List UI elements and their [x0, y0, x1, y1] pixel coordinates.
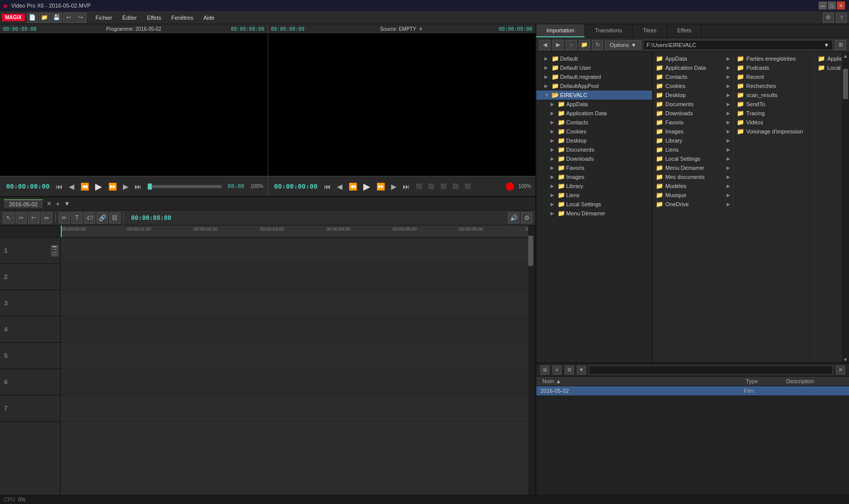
open-button[interactable]: 📁: [39, 13, 50, 23]
tl-link-tool[interactable]: 🔗: [97, 212, 108, 223]
fc-images[interactable]: 📁 Images ▶: [653, 127, 733, 136]
fc-col3-local-settings[interactable]: 📁 Local Settings: [815, 63, 842, 72]
fc-application-data[interactable]: 📁 Application Data ▶: [653, 63, 733, 72]
tl-settings-icon[interactable]: ⚙: [521, 212, 532, 223]
fc-local-settings[interactable]: 📁 Local Settings ▶: [653, 154, 733, 163]
fc-desktop[interactable]: 📁 Desktop ▶: [653, 90, 733, 100]
browser-fwd-button[interactable]: ▶: [553, 40, 564, 50]
scroll-up-arrow[interactable]: ▲: [843, 53, 848, 59]
br-view-icon4[interactable]: ▼: [577, 365, 586, 375]
timeline-scroll-thumb[interactable]: [528, 236, 533, 266]
tree-item-default[interactable]: ▶ 📁 Default: [536, 54, 652, 63]
tree-item-library[interactable]: ▶ 📁 Library: [536, 181, 652, 191]
timeline-vertical-scrollbar[interactable]: [528, 225, 535, 504]
tl-unlink-tool[interactable]: ⛓: [109, 212, 120, 223]
play-button[interactable]: ▶: [93, 180, 104, 193]
br-view-icon1[interactable]: ⊞: [540, 365, 549, 375]
timeline-dropdown[interactable]: ▼: [64, 200, 70, 207]
scroll-down-arrow[interactable]: ▼: [843, 357, 848, 362]
fc-downloads[interactable]: 📁 Downloads ▶: [653, 109, 733, 118]
tl-marker-tool[interactable]: 🏷: [84, 212, 95, 223]
r-extra1[interactable]: ⬛: [414, 182, 424, 190]
record-button[interactable]: [506, 182, 514, 191]
fc-menu-demarrer[interactable]: 📁 Menu Démarrer ▶: [653, 163, 733, 172]
fc-mes-documents[interactable]: 📁 Mes documents ▶: [653, 172, 733, 181]
menu-aide[interactable]: Aide: [198, 13, 220, 22]
tree-item-liens[interactable]: ▶ 📁 Liens: [536, 191, 652, 200]
tree-item-default-migrated[interactable]: ▶ 📁 Default.migrated: [536, 72, 652, 81]
timeline-tab[interactable]: 2016-05-02: [4, 199, 43, 208]
tree-item-appdata[interactable]: ▶ 📁 AppData: [536, 100, 652, 109]
fc-col3-application-data[interactable]: 📁 Application Data: [815, 54, 842, 63]
r-go-start-button[interactable]: ⏮: [322, 181, 333, 192]
tree-item-application-data[interactable]: ▶ 📁 Application Data: [536, 109, 652, 118]
br-view-icon2[interactable]: ≡: [553, 365, 562, 375]
prev-frame-button[interactable]: ◀: [67, 181, 76, 192]
r-extra5[interactable]: ⬛: [462, 182, 473, 190]
tree-item-downloads[interactable]: ▶ 📁 Downloads: [536, 154, 652, 163]
search-input[interactable]: [589, 365, 833, 375]
menu-fichier[interactable]: Fichier: [91, 13, 117, 22]
fc-documents[interactable]: 📁 Documents ▶: [653, 100, 733, 109]
tree-item-documents[interactable]: ▶ 📁 Documents: [536, 145, 652, 154]
fc-voisinage[interactable]: 📁 Voisinage d'impression: [734, 127, 814, 136]
fc-scan-results[interactable]: 📁 scan_results: [734, 90, 814, 100]
help-icon[interactable]: ?: [836, 13, 847, 23]
close-button[interactable]: ✕: [837, 2, 845, 10]
tree-item-favoris[interactable]: ▶ 📁 Favoris: [536, 163, 652, 172]
menu-fenetres[interactable]: Fenêtres: [166, 13, 198, 22]
fc-modeles[interactable]: 📁 Modèles ▶: [653, 181, 733, 191]
fc-liens[interactable]: 📁 Liens ▶: [653, 145, 733, 154]
fc-parties[interactable]: 📁 Parties enregistrées: [734, 54, 814, 63]
browser-vscroll[interactable]: ▲ ▼: [842, 52, 849, 362]
browser-view-icon[interactable]: ⊞: [835, 40, 846, 50]
col-header-description[interactable]: Description: [784, 378, 845, 385]
fc-recent[interactable]: 📁 Recent: [734, 72, 814, 81]
tl-text-tool[interactable]: T: [71, 212, 82, 223]
fc-tracing[interactable]: 📁 Tracing: [734, 109, 814, 118]
r-play-button[interactable]: ▶: [361, 180, 372, 193]
col-header-type[interactable]: Type: [744, 378, 784, 385]
r-step-fwd-button[interactable]: ⏩: [374, 181, 387, 192]
fc-library[interactable]: 📁 Library ▶: [653, 136, 733, 145]
track-1-audio-icon[interactable]: 🎵: [51, 251, 58, 256]
fc-contacts[interactable]: 📁 Contacts ▶: [653, 72, 733, 81]
tl-trim-tool[interactable]: ⊢: [28, 212, 39, 223]
fc-videos[interactable]: 📁 Vidéos: [734, 118, 814, 127]
r-extra3[interactable]: ⬛: [438, 182, 448, 190]
fc-favoris[interactable]: 📁 Favoris ▶: [653, 118, 733, 127]
tl-volume-icon[interactable]: 🔊: [508, 212, 519, 223]
go-start-button[interactable]: ⏮: [54, 181, 65, 192]
tree-item-images[interactable]: ▶ 📁 Images: [536, 172, 652, 181]
fc-onedrive[interactable]: 📁 OneDrive ▶: [653, 200, 733, 209]
browser-refresh-icon[interactable]: ↻: [592, 40, 603, 50]
step-back-button[interactable]: ⏪: [78, 181, 91, 192]
tab-effets[interactable]: Effets: [667, 24, 702, 37]
tl-slip-tool[interactable]: ⇔: [41, 212, 52, 223]
browser-up-button[interactable]: ↑: [566, 40, 577, 50]
r-extra4[interactable]: ⬛: [450, 182, 460, 190]
br-view-icon3[interactable]: ⚙: [565, 365, 574, 375]
r-prev-frame-button[interactable]: ◀: [335, 181, 345, 192]
undo-button[interactable]: ↩: [63, 13, 74, 23]
browser-scroll-thumb[interactable]: [843, 69, 848, 99]
options-button[interactable]: Options ▼: [605, 40, 641, 50]
tree-item-contacts[interactable]: ▶ 📁 Contacts: [536, 118, 652, 127]
r-step-back-button[interactable]: ⏪: [347, 181, 359, 192]
tree-item-defaultapppool[interactable]: ▶ 📁 DefaultAppPool: [536, 81, 652, 90]
save-button[interactable]: 💾: [51, 13, 62, 23]
tl-draw-tool[interactable]: ✏: [59, 212, 70, 223]
left-progress-bar[interactable]: [148, 185, 222, 188]
fc-cookies[interactable]: 📁 Cookies ▶: [653, 81, 733, 90]
tree-item-desktop[interactable]: ▶ 📁 Desktop: [536, 136, 652, 145]
track-1-camera-icon[interactable]: 📷: [51, 245, 58, 250]
playhead[interactable]: [61, 225, 62, 237]
fc-appdata[interactable]: 📁 AppData ▶: [653, 54, 733, 63]
menu-effets[interactable]: Effets: [142, 13, 166, 22]
browser-folder-icon[interactable]: 📁: [579, 40, 590, 50]
tab-importation[interactable]: Importation: [536, 24, 585, 37]
add-timeline-tab[interactable]: +: [56, 200, 60, 208]
browser-back-button[interactable]: ◀: [539, 40, 550, 50]
fc-sendto[interactable]: 📁 SendTo: [734, 100, 814, 109]
r-extra2[interactable]: ⬛: [426, 182, 436, 190]
